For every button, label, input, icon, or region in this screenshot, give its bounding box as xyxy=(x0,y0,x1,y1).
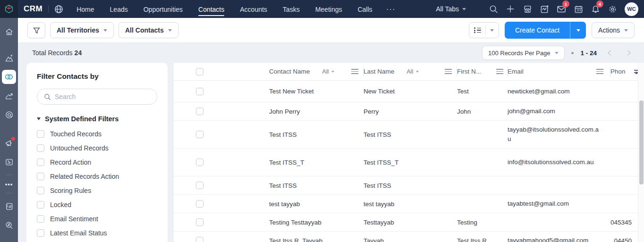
row-checkbox[interactable] xyxy=(196,159,203,166)
filter-item-related-records-action[interactable]: Related Records Action xyxy=(37,173,157,180)
territories-label: All Territories xyxy=(57,26,99,34)
system-defined-filters-toggle[interactable]: System Defined Filters xyxy=(37,115,157,123)
notebook-icon[interactable] xyxy=(2,199,16,213)
nav-item-contacts[interactable]: Contacts xyxy=(198,1,224,17)
checkbox[interactable] xyxy=(37,201,44,209)
row-checkbox[interactable] xyxy=(196,200,203,208)
globe-icon[interactable] xyxy=(54,0,63,18)
previous-page-button[interactable] xyxy=(603,47,616,59)
row-checkbox[interactable] xyxy=(196,237,203,242)
next-page-button[interactable] xyxy=(622,47,635,59)
search-icon[interactable] xyxy=(485,0,502,18)
table-row[interactable]: Test ITSS_TTest ITSS_Tinfo@itsolutionsso… xyxy=(174,149,644,176)
social-icon[interactable] xyxy=(2,155,16,169)
marketplace-icon[interactable] xyxy=(519,0,536,18)
nav-item-tasks[interactable]: Tasks xyxy=(283,1,300,17)
filter-funnel-button[interactable] xyxy=(27,22,45,38)
mail-icon[interactable]: 1 xyxy=(553,0,570,18)
column-header-first-n[interactable]: First N... xyxy=(457,67,508,77)
settings-gear-icon[interactable] xyxy=(604,0,621,18)
deals-icon[interactable] xyxy=(2,89,16,103)
row-checkbox[interactable] xyxy=(196,182,203,189)
table-row[interactable]: Test ITSSTest ITSS xyxy=(174,176,644,195)
column-menu-icon[interactable] xyxy=(351,69,358,74)
checkbox[interactable] xyxy=(37,159,44,166)
filter-item-touched-records[interactable]: Touched Records xyxy=(37,130,157,138)
actions-dropdown[interactable]: Actions xyxy=(592,22,635,38)
filter-item-latest-email-status[interactable]: Latest Email Status xyxy=(37,229,157,237)
nav-item-opportunities[interactable]: Opportunities xyxy=(144,1,183,17)
table-row[interactable]: Test Itss R. TayyabTayyabTest Itss Rtayy… xyxy=(174,232,644,242)
territories-dropdown[interactable]: All Territories xyxy=(50,22,114,38)
brand-divider xyxy=(48,5,49,13)
column-header-last-name[interactable]: Last NameAll xyxy=(364,67,457,77)
row-checkbox[interactable] xyxy=(196,88,203,95)
cell-first-name: Test xyxy=(457,88,508,95)
campaigns-icon[interactable] xyxy=(2,136,16,150)
filter-search-input[interactable] xyxy=(55,93,150,100)
filter-item-label: Scoring Rules xyxy=(50,187,91,194)
nav-item-accounts[interactable]: Accounts xyxy=(240,1,267,17)
filter-panel-title: Filter Contacts by xyxy=(37,72,157,81)
column-all-dropdown[interactable]: All xyxy=(322,68,334,75)
filter-item-record-action[interactable]: Record Action xyxy=(37,159,157,166)
cell-email: tayyabmahood5@gmail.com xyxy=(508,236,610,242)
leads-icon[interactable] xyxy=(2,51,16,65)
signals-icon[interactable] xyxy=(536,0,553,18)
all-tabs-dropdown[interactable]: All Tabs xyxy=(436,5,466,13)
checkbox[interactable] xyxy=(37,229,44,237)
scrollbar-thumb[interactable] xyxy=(639,100,644,184)
filter-item-locked[interactable]: Locked xyxy=(37,201,157,209)
column-label: First N... xyxy=(457,68,481,75)
filter-item-email-sentiment[interactable]: Email Sentiment xyxy=(37,215,157,223)
table-row[interactable]: John PerryPerryJohnjohn@gmail.com xyxy=(174,102,644,121)
column-menu-icon[interactable] xyxy=(596,69,603,74)
select-all-checkbox[interactable] xyxy=(196,68,203,75)
table-row[interactable]: Test ITSSTest ITSStayyab@itsolutionssolv… xyxy=(174,121,644,149)
filter-item-untouched-records[interactable]: Untouched Records xyxy=(37,144,157,152)
table-row[interactable]: test tayyabtest tayyabtayabtest@gmail.co… xyxy=(174,195,644,213)
nav-item-meetings[interactable]: Meetings xyxy=(315,1,342,17)
nav-more-ellipsis[interactable]: ... xyxy=(387,3,396,15)
crm-logo[interactable] xyxy=(0,0,18,18)
column-all-dropdown[interactable]: All xyxy=(407,68,419,75)
row-checkbox[interactable] xyxy=(196,131,203,138)
column-header-contact-name[interactable]: Contact NameAll xyxy=(269,67,364,77)
email-text: newticket@gmail.com xyxy=(508,87,600,96)
checkbox[interactable] xyxy=(37,144,44,152)
create-contact-caret-button[interactable] xyxy=(570,22,586,39)
checkbox[interactable] xyxy=(37,130,44,138)
checkbox[interactable] xyxy=(37,187,44,194)
filter-item-scoring-rules[interactable]: Scoring Rules xyxy=(37,187,157,194)
rail-more-ellipsis[interactable]: ••• xyxy=(5,181,13,187)
nav-item-leads[interactable]: Leads xyxy=(110,1,128,17)
nav-item-calls[interactable]: Calls xyxy=(357,1,372,17)
column-menu-icon[interactable] xyxy=(445,69,452,74)
vertical-scrollbar[interactable] xyxy=(638,63,644,242)
topnav-right-cluster: All Tabs 1 4 WC xyxy=(436,0,644,18)
view-dropdown[interactable]: All Contacts xyxy=(119,22,178,38)
column-label: Email xyxy=(508,68,524,75)
zia-search-icon[interactable] xyxy=(2,218,16,232)
user-avatar[interactable]: WC xyxy=(625,2,638,16)
chevron-down-icon xyxy=(462,8,466,10)
quick-add-plus-icon[interactable] xyxy=(502,0,519,18)
accounts-icon[interactable] xyxy=(2,108,16,122)
records-per-page-dropdown[interactable]: 100 Records Per Page xyxy=(482,46,565,60)
row-checkbox[interactable] xyxy=(196,108,203,115)
column-header-email[interactable]: Email xyxy=(508,67,610,77)
cell-email: tayyab@itsolutionssolved.com.au xyxy=(508,125,610,144)
checkbox[interactable] xyxy=(37,215,44,223)
list-view-selector[interactable] xyxy=(469,22,499,38)
contacts-icon[interactable] xyxy=(2,70,16,84)
row-checkbox[interactable] xyxy=(196,218,203,226)
nav-item-home[interactable]: Home xyxy=(76,1,94,17)
checkbox[interactable] xyxy=(37,173,44,180)
table-row[interactable]: Testing TesttayyabTesttayyabTesting04534… xyxy=(174,213,644,232)
calendar-icon[interactable] xyxy=(570,0,587,18)
table-row[interactable]: Test New TicketNew TicketTestnewticket@g… xyxy=(174,81,644,102)
bell-icon[interactable]: 4 xyxy=(587,0,604,18)
home-icon[interactable] xyxy=(2,25,16,39)
column-menu-icon[interactable] xyxy=(496,69,503,74)
create-contact-button[interactable]: Create Contact xyxy=(505,22,570,39)
